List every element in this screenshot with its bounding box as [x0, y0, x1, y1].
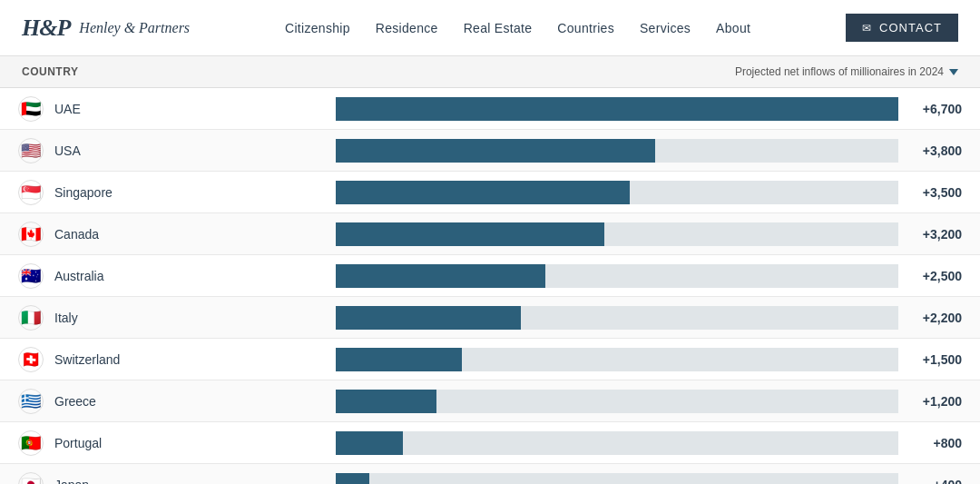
- nav-links: CitizenshipResidenceReal EstateCountries…: [285, 21, 750, 35]
- bar-background: [336, 473, 898, 485]
- bar-background: [336, 139, 898, 163]
- bar-background: [336, 431, 898, 455]
- country-name: UAE: [54, 102, 81, 116]
- country-cell: 🇦🇪 UAE: [0, 96, 327, 122]
- country-name: Greece: [54, 394, 96, 409]
- bar-fill: [336, 431, 403, 455]
- bar-fill: [336, 181, 630, 204]
- country-name: Portugal: [54, 436, 102, 450]
- table-row: 🇨🇭 Switzerland +1,500: [0, 339, 980, 380]
- bar-background: [336, 390, 898, 413]
- bar-fill: [336, 264, 545, 288]
- nav-link-citizenship[interactable]: Citizenship: [285, 21, 350, 35]
- value-cell: +1,500: [907, 352, 980, 367]
- country-name: Japan: [54, 478, 89, 485]
- bar-fill: [336, 390, 436, 413]
- country-cell: 🇮🇹 Italy: [0, 305, 327, 331]
- flag-icon: 🇺🇸: [18, 138, 44, 163]
- flag-icon: 🇵🇹: [18, 430, 44, 456]
- country-cell: 🇬🇷 Greece: [0, 389, 327, 414]
- bar-cell: [327, 348, 907, 371]
- bar-cell: [327, 390, 907, 413]
- nav-link-countries[interactable]: Countries: [557, 21, 614, 35]
- table-row: 🇦🇺 Australia +2,500: [0, 255, 980, 297]
- logo-text: Henley & Partners: [79, 20, 190, 36]
- value-cell: +400: [907, 478, 980, 485]
- nav-link-residence[interactable]: Residence: [376, 21, 438, 35]
- bar-cell: [327, 139, 907, 163]
- value-cell: +3,200: [907, 227, 980, 242]
- flag-icon: 🇦🇺: [18, 263, 44, 289]
- sort-icon[interactable]: [949, 69, 958, 75]
- country-cell: 🇨🇦 Canada: [0, 222, 327, 247]
- country-name: Italy: [54, 311, 78, 325]
- flag-icon: 🇮🇹: [18, 305, 44, 331]
- country-cell: 🇦🇺 Australia: [0, 263, 327, 289]
- value-cell: +3,800: [907, 143, 980, 158]
- value-cell: +800: [907, 436, 980, 450]
- bar-background: [336, 222, 898, 246]
- value-cell: +2,500: [907, 269, 980, 283]
- data-table: Country Projected net inflows of million…: [0, 56, 980, 484]
- bar-cell: [327, 222, 907, 246]
- country-cell: 🇺🇸 USA: [0, 138, 327, 163]
- table-header: Country Projected net inflows of million…: [0, 56, 980, 88]
- bar-background: [336, 264, 898, 288]
- flag-icon: 🇸🇬: [18, 180, 44, 205]
- flag-icon: 🇨🇭: [18, 347, 44, 372]
- column-header-country: Country: [22, 65, 78, 78]
- contact-button[interactable]: ✉ CONTACT: [846, 14, 958, 42]
- bar-cell: [327, 97, 907, 121]
- nav-link-services[interactable]: Services: [640, 21, 691, 35]
- value-cell: +2,200: [907, 311, 980, 325]
- nav-link-real-estate[interactable]: Real Estate: [464, 21, 533, 35]
- bar-fill: [336, 473, 369, 485]
- value-cell: +6,700: [907, 102, 980, 116]
- value-cell: +3,500: [907, 185, 980, 200]
- bar-background: [336, 348, 898, 371]
- bar-fill: [336, 97, 898, 121]
- bar-fill: [336, 348, 462, 371]
- table-row: 🇦🇪 UAE +6,700: [0, 88, 980, 130]
- bar-fill: [336, 306, 521, 330]
- table-row: 🇵🇹 Portugal +800: [0, 422, 980, 464]
- table-row: 🇺🇸 USA +3,800: [0, 130, 980, 172]
- flag-icon: 🇬🇷: [18, 389, 44, 414]
- logo[interactable]: H&P Henley & Partners: [22, 15, 190, 42]
- value-cell: +1,200: [907, 394, 980, 409]
- table-row: 🇮🇹 Italy +2,200: [0, 297, 980, 339]
- table-body: 🇦🇪 UAE +6,700 🇺🇸 USA +3,800 🇸🇬 Singapore: [0, 88, 980, 484]
- table-row: 🇬🇷 Greece +1,200: [0, 380, 980, 422]
- country-name: Canada: [54, 227, 99, 242]
- bar-background: [336, 97, 898, 121]
- flag-icon: 🇦🇪: [18, 96, 44, 122]
- logo-mark: H&P: [22, 15, 70, 42]
- bar-cell: [327, 431, 907, 455]
- bar-cell: [327, 181, 907, 204]
- flag-icon: 🇯🇵: [18, 472, 44, 485]
- bar-background: [336, 181, 898, 204]
- bar-cell: [327, 264, 907, 288]
- bar-cell: [327, 473, 907, 485]
- email-icon: ✉: [862, 22, 872, 35]
- navigation: H&P Henley & Partners CitizenshipResiden…: [0, 0, 980, 56]
- bar-fill: [336, 139, 655, 163]
- table-row: 🇨🇦 Canada +3,200: [0, 213, 980, 255]
- table-row: 🇯🇵 Japan +400: [0, 464, 980, 484]
- bar-fill: [336, 222, 604, 246]
- country-cell: 🇵🇹 Portugal: [0, 430, 327, 456]
- country-cell: 🇯🇵 Japan: [0, 472, 327, 485]
- country-name: Singapore: [54, 185, 113, 200]
- country-cell: 🇨🇭 Switzerland: [0, 347, 327, 372]
- flag-icon: 🇨🇦: [18, 222, 44, 247]
- bar-background: [336, 306, 898, 330]
- table-row: 🇸🇬 Singapore +3,500: [0, 172, 980, 213]
- country-name: Switzerland: [54, 352, 120, 367]
- bar-cell: [327, 306, 907, 330]
- country-name: Australia: [54, 269, 103, 283]
- contact-label: CONTACT: [879, 21, 942, 35]
- nav-link-about[interactable]: About: [716, 21, 750, 35]
- country-cell: 🇸🇬 Singapore: [0, 180, 327, 205]
- column-header-value: Projected net inflows of millionaires in…: [735, 65, 958, 78]
- country-name: USA: [54, 143, 81, 158]
